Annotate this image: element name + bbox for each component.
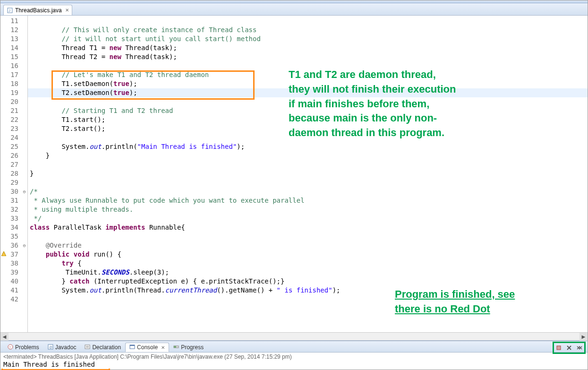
view-tab-label: Console: [137, 344, 158, 351]
fold-toggle-icon[interactable]: ⊖: [21, 187, 27, 196]
terminate-button[interactable]: [554, 344, 563, 352]
view-tab-label: Javadoc: [55, 344, 77, 351]
line-number-gutter: 1112131415161718192021222324252627282930…: [7, 16, 21, 332]
svg-text:@: @: [49, 345, 52, 349]
editor-area: 1112131415161718192021222324252627282930…: [0, 16, 588, 332]
view-tab-progress[interactable]: Progress: [169, 343, 208, 352]
svg-text:J: J: [9, 9, 10, 13]
editor-tab[interactable]: J ThreadBasics.java ✕: [3, 5, 72, 15]
view-tab-label: Problems: [15, 344, 39, 351]
scroll-left-icon[interactable]: ◄: [0, 333, 9, 341]
ide-window: J ThreadBasics.java ✕ 111213141516171819…: [0, 0, 588, 370]
code-editor[interactable]: // This will only create instance of Thr…: [28, 16, 588, 332]
view-tab-declaration[interactable]: Declaration: [80, 343, 125, 352]
view-tab-console[interactable]: Console✕: [125, 343, 169, 352]
declaration-icon: [85, 344, 90, 351]
view-tab-label: Progress: [181, 344, 204, 351]
svg-rect-14: [557, 346, 561, 350]
warning-marker-icon[interactable]: [1, 250, 6, 255]
svg-rect-13: [174, 346, 176, 348]
remove-all-launches-button[interactable]: [575, 344, 584, 352]
fold-toggle-icon[interactable]: ⊖: [21, 241, 27, 250]
view-tab-problems[interactable]: !Problems: [3, 343, 43, 352]
svg-text:!: !: [9, 345, 10, 349]
javadoc-icon: @: [48, 344, 53, 351]
console-body: <terminated> ThreadBasics [Java Applicat…: [0, 353, 588, 370]
svg-rect-11: [130, 345, 135, 346]
editor-tab-bar: J ThreadBasics.java ✕: [0, 3, 588, 16]
close-icon[interactable]: ✕: [65, 8, 69, 13]
close-icon[interactable]: ✕: [161, 345, 165, 350]
bottom-view-panel: !Problems@JavadocDeclarationConsole✕Prog…: [0, 340, 588, 370]
svg-marker-2: [1, 251, 6, 256]
remove-launch-button[interactable]: [565, 344, 573, 352]
view-tab-bar: !Problems@JavadocDeclarationConsole✕Prog…: [0, 341, 588, 353]
java-file-icon: J: [7, 7, 13, 14]
scroll-right-icon[interactable]: ►: [579, 333, 588, 341]
progress-icon: [173, 344, 179, 351]
svg-rect-7: [85, 345, 90, 349]
fold-gutter: ⊖⊖: [21, 16, 28, 332]
console-icon: [129, 344, 135, 351]
problems-icon: !: [8, 344, 13, 351]
editor-horizontal-scrollbar[interactable]: ◄ ►: [0, 332, 588, 340]
view-tab-label: Declaration: [92, 344, 121, 351]
tab-filename: ThreadBasics.java: [15, 7, 62, 14]
marker-gutter: [0, 16, 7, 332]
console-toolbar: [553, 342, 586, 354]
console-status-line: <terminated> ThreadBasics [Java Applicat…: [3, 353, 585, 360]
console-output-line: Main Thread is finished: [3, 360, 585, 369]
view-tab-javadoc[interactable]: @Javadoc: [43, 343, 81, 352]
